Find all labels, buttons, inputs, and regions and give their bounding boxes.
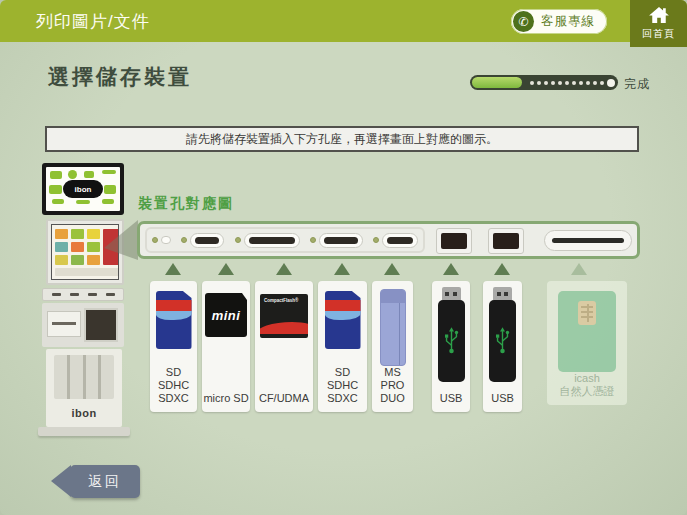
kiosk-card-slots (42, 288, 124, 301)
slot-ms (373, 233, 418, 248)
arrow-up-icon (571, 263, 587, 275)
device-label: icash 自然人憑證 (560, 372, 615, 398)
slot-led (235, 237, 241, 243)
slot-cf (235, 233, 300, 248)
arrow-up-icon (384, 263, 400, 275)
usb-drive-icon (438, 287, 465, 382)
slot-led (181, 237, 187, 243)
device-option-usb-1[interactable]: USB (432, 281, 470, 412)
kiosk-body: ibon (46, 349, 122, 427)
home-label: 回首頁 (642, 27, 675, 41)
memory-stick-icon (380, 289, 406, 366)
ibon-logo: ibon (63, 180, 103, 198)
sd-card-icon (156, 291, 192, 349)
slot-led (373, 237, 379, 243)
progress-bar (470, 75, 618, 90)
kiosk-machine-illustration: ibon ibon (30, 160, 134, 438)
device-label: CF/UDMA (259, 392, 309, 405)
kiosk-printer-zone (42, 303, 124, 347)
slot-sd-2 (310, 233, 363, 248)
header-bar: 列印圖片/文件 ✆ 客服專線 回首頁 (0, 0, 687, 42)
slot-led (152, 237, 158, 243)
sd-card-icon (325, 291, 361, 349)
diagram-label: 裝置孔對應圖 (138, 195, 234, 213)
device-label: USB (440, 392, 463, 405)
device-option-cf[interactable]: CompactFlash® CF/UDMA (255, 281, 313, 412)
chip-icon (578, 301, 596, 325)
usb-drive-icon (489, 287, 516, 382)
arrow-up-icon (218, 263, 234, 275)
device-option-icash-disabled: icash 自然人憑證 (547, 281, 627, 405)
card-slot-panel (145, 227, 425, 253)
home-icon (648, 6, 670, 24)
back-label: 返回 (88, 473, 122, 491)
device-option-microsd[interactable]: mini micro SD (202, 281, 250, 412)
device-label: MS PRO DUO (380, 366, 404, 405)
arrow-up-icon (494, 263, 510, 275)
device-label: micro SD (203, 392, 248, 405)
progress-done-label: 完成 (624, 76, 650, 93)
device-option-sd-2[interactable]: SD SDHC SDXC (318, 281, 367, 412)
kiosk-top-display: ibon (42, 163, 124, 215)
page-breadcrumb: 列印圖片/文件 (36, 10, 150, 33)
kiosk-screen: 列印圖片/文件 ✆ 客服專線 回首頁 選擇儲存裝置 完成 請先將儲存裝置插入下方… (0, 0, 687, 515)
cf-card-icon: CompactFlash® (260, 294, 308, 338)
slot-led (310, 237, 316, 243)
page-title: 選擇儲存裝置 (48, 63, 192, 91)
slot-diagram (137, 221, 640, 259)
hotline-label: 客服專線 (541, 13, 595, 30)
arrow-up-icon (334, 263, 350, 275)
usb-port-1 (436, 228, 472, 254)
device-label: USB (491, 392, 514, 405)
icash-reader-slot (544, 230, 632, 251)
device-label: SD SDHC SDXC (327, 366, 358, 405)
ibon-brand-text: ibon (46, 407, 122, 419)
device-option-usb-2[interactable]: USB (483, 281, 522, 412)
microsd-card-icon: mini (205, 293, 247, 337)
device-option-sd-1[interactable]: SD SDHC SDXC (150, 281, 197, 412)
icash-card-icon (558, 291, 616, 372)
slot-microsd (181, 233, 224, 248)
slot-sd-1 (152, 236, 171, 244)
progress-end-dot (607, 79, 615, 87)
hotline-button[interactable]: ✆ 客服專線 (511, 9, 607, 34)
device-option-ms-pro-duo[interactable]: MS PRO DUO (372, 281, 413, 412)
arrow-up-icon (276, 263, 292, 275)
phone-icon: ✆ (513, 11, 534, 32)
usb-trident-icon (494, 326, 511, 356)
back-button[interactable]: 返回 (70, 465, 140, 498)
usb-port-2 (488, 228, 524, 254)
kiosk-base (38, 427, 130, 436)
device-label: SD SDHC SDXC (158, 366, 189, 405)
kiosk-touchscreen (46, 219, 124, 285)
progress-dots (530, 75, 604, 90)
usb-trident-icon (443, 326, 460, 356)
instruction-banner: 請先將儲存裝置插入下方孔座，再選擇畫面上對應的圖示。 (45, 126, 639, 152)
progress-fill (472, 77, 522, 88)
arrow-up-icon (443, 263, 459, 275)
home-button[interactable]: 回首頁 (630, 0, 687, 47)
arrow-up-icon (165, 263, 181, 275)
